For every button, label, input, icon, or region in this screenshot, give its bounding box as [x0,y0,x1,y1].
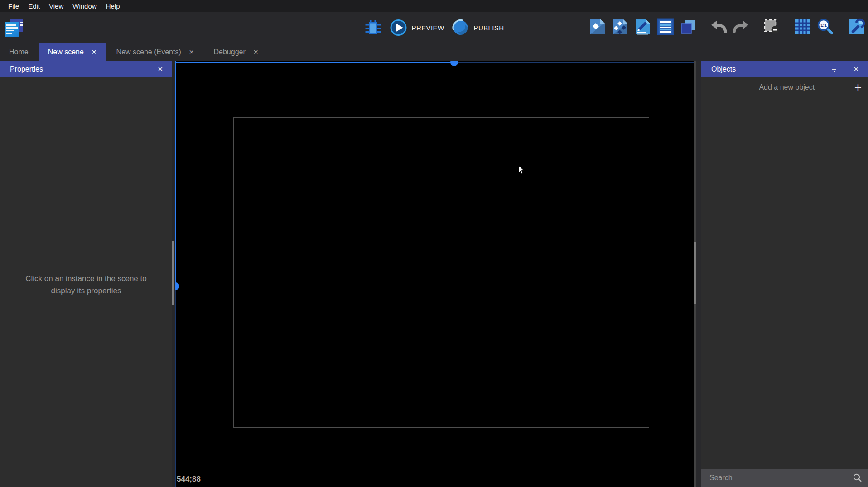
scene-canvas[interactable]: 544;88 [175,61,694,487]
debug-icon [364,18,382,37]
debug-button[interactable] [364,18,382,37]
menu-bar: File Edit View Window Help [0,0,868,12]
redo-icon [733,20,749,33]
close-icon[interactable]: ✕ [154,65,166,73]
preview-label: PREVIEW [412,24,444,32]
editor-tabbar: Home New scene ✕ New scene (Events) ✕ De… [0,43,868,61]
zoom-1-1-button[interactable]: 1:1 [817,18,834,37]
properties-panel: Properties ✕ Click on an instance in the… [0,61,172,487]
toolbar-separator [756,19,756,37]
menu-help[interactable]: Help [101,0,125,12]
properties-panel-title: Properties [6,65,154,73]
plus-icon: + [854,81,862,94]
open-instances-list-button[interactable] [657,18,674,37]
properties-panel-icon [634,18,651,35]
preview-play-icon [390,19,408,37]
instances-list-icon [657,18,674,35]
left-panel-splitter[interactable] [172,241,174,305]
right-panel-gap [696,61,701,487]
menu-edit[interactable]: Edit [24,0,44,12]
add-object-button[interactable]: Add a new object + [701,77,868,97]
gdevelop-window: File Edit View Window Help [0,0,868,487]
filter-icon[interactable] [830,67,838,72]
project-manager-button[interactable] [4,18,24,38]
menu-view[interactable]: View [44,0,68,12]
selection-edge-top [175,62,458,63]
toolbar-separator [704,19,704,37]
objects-panel-title: Objects [708,65,830,73]
undo-icon [711,20,727,33]
tab-new-scene-events[interactable]: New scene (Events) ✕ [107,43,203,61]
layers-panel-icon [680,18,697,35]
scene-settings-button[interactable] [848,18,865,37]
properties-panel-header: Properties ✕ [0,61,172,77]
selection-edge-left [175,61,176,286]
add-object-label: Add a new object [708,83,854,91]
selection-edge-left-offscreen [175,286,176,487]
redo-button[interactable] [733,20,749,35]
object-groups-icon [612,18,629,35]
tab-home[interactable]: Home [0,43,38,61]
main-toolbar: PREVIEW PUBLISH [0,12,868,43]
open-object-groups-button[interactable] [612,18,629,37]
close-icon[interactable]: ✕ [253,48,259,56]
game-window-frame [233,117,649,428]
tab-debugger[interactable]: Debugger ✕ [204,43,267,61]
menu-file[interactable]: File [4,0,24,12]
clear-selection-icon [763,18,780,35]
selection-edge-top-offscreen [458,62,694,63]
objects-panel: Objects ✕ Add a new object + [701,61,868,487]
mouse-cursor [518,165,525,175]
toolbar-separator [841,19,841,37]
publish-label: PUBLISH [473,24,504,32]
close-icon[interactable]: ✕ [189,48,194,56]
close-icon[interactable]: ✕ [850,65,862,73]
grid-icon [794,18,811,35]
selection-handle-top[interactable] [450,61,458,66]
objects-search-input[interactable] [709,474,853,482]
search-icon [853,473,863,483]
objects-panel-header: Objects ✕ [701,61,868,77]
open-objects-editor-button[interactable] [589,18,606,37]
menu-window[interactable]: Window [68,0,101,12]
clear-selection-button[interactable] [763,18,780,37]
undo-button[interactable] [711,20,727,35]
preview-button[interactable]: PREVIEW [390,19,444,37]
svg-text:1:1: 1:1 [820,23,827,28]
toggle-grid-button[interactable] [794,18,811,37]
publish-globe-icon [451,19,469,37]
tab-new-scene[interactable]: New scene ✕ [39,43,106,61]
open-layers-panel-button[interactable] [680,18,697,37]
properties-empty-hint: Click on an instance in the scene to dis… [0,272,172,297]
publish-button[interactable]: PUBLISH [451,19,504,37]
open-properties-panel-button[interactable] [634,18,651,37]
toolbar-separator [787,19,787,37]
scene-settings-icon [848,18,865,35]
cursor-coordinates-label: 544;88 [177,475,201,484]
zoom-1-1-icon: 1:1 [817,18,834,35]
selection-handle-left[interactable] [175,282,179,290]
objects-search-bar [701,469,868,487]
objects-editor-icon [589,18,606,35]
close-icon[interactable]: ✕ [92,48,97,56]
